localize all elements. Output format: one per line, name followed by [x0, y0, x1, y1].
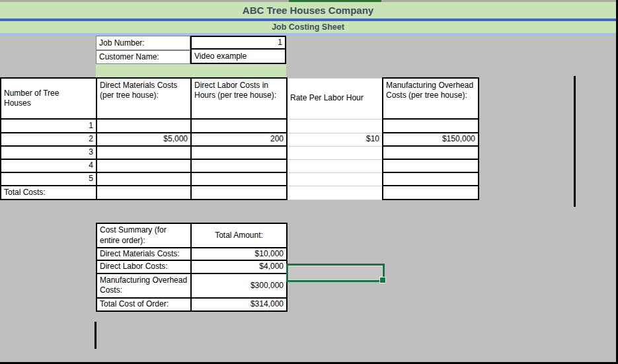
cell-r5-overhead[interactable] [383, 172, 479, 186]
cell-total-materials[interactable] [97, 186, 191, 200]
cell-total-costs-label[interactable]: Total Costs: [1, 186, 97, 200]
sheet-title-cell[interactable]: Job Costing Sheet [0, 21, 616, 34]
cost-summary-table: Cost Summary (for entire order): Total A… [96, 223, 288, 312]
cell-r2-materials[interactable]: $5,000 [97, 133, 191, 146]
cell-r5-rate[interactable] [287, 172, 383, 186]
header-direct-materials-costs[interactable]: Direct Materials Costs (per tree house): [97, 78, 191, 119]
company-title-cell[interactable]: ABC Tree Houses Company [0, 2, 616, 18]
summary-overhead-value[interactable]: $300,000 [191, 273, 287, 298]
header-manufacturing-overhead[interactable]: Manufacturing Overhead Costs (per tree h… [383, 78, 479, 119]
summary-labor-label[interactable]: Direct Labor Costs: [97, 260, 191, 273]
summary-labor-value[interactable]: $4,000 [191, 260, 287, 273]
cell-r2-overhead[interactable]: $150,000 [383, 133, 479, 146]
job-costing-table: Number of Tree Houses Direct Materials C… [0, 77, 479, 200]
header-rate-per-labor-hour[interactable]: Rate Per Labor Hour [287, 78, 383, 119]
cell-r1-overhead[interactable] [383, 119, 479, 133]
cell-r3-tree-houses[interactable]: 3 [1, 146, 97, 159]
cell-r4-overhead[interactable] [383, 159, 479, 172]
customer-name-value: Video example [194, 52, 247, 61]
summary-total-value[interactable]: $314,000 [191, 298, 287, 311]
cell-r3-rate[interactable] [287, 146, 383, 159]
cell-r4-labor-hours[interactable] [191, 159, 287, 172]
customer-name-value-cell[interactable]: Video example [192, 50, 285, 63]
cell-r4-rate[interactable] [287, 159, 383, 172]
light-blue-divider [0, 33, 616, 36]
cell-r2-labor-hours[interactable]: 200 [191, 133, 287, 146]
selected-cell[interactable] [286, 264, 385, 282]
cell-r1-labor-hours[interactable] [191, 119, 287, 133]
cell-r3-overhead[interactable] [383, 146, 479, 159]
summary-materials-label[interactable]: Direct Materials Costs: [97, 248, 191, 260]
cell-r5-labor-hours[interactable] [191, 172, 287, 186]
cell-total-labor-hours[interactable] [191, 186, 287, 200]
summary-materials-value[interactable]: $10,000 [191, 248, 287, 260]
bottom-edge-bar [0, 362, 618, 364]
summary-title-cell[interactable]: Cost Summary (for entire order): [97, 223, 191, 248]
bottom-left-rule [95, 322, 97, 349]
cell-r4-materials[interactable] [97, 159, 191, 172]
sheet-title: Job Costing Sheet [272, 22, 344, 32]
cell-r3-materials[interactable] [97, 146, 191, 159]
customer-name-label-cell[interactable]: Customer Name: [96, 50, 190, 65]
right-edge-bar [616, 0, 618, 364]
cell-r5-materials[interactable] [97, 172, 191, 186]
cell-r3-labor-hours[interactable] [191, 146, 287, 159]
job-info-value-box: 1 Video example [190, 36, 286, 65]
cell-total-overhead[interactable] [383, 186, 479, 200]
job-number-label-cell[interactable]: Job Number: [96, 36, 190, 50]
job-number-value-cell[interactable]: 1 [192, 37, 285, 50]
cell-r4-tree-houses[interactable]: 4 [1, 159, 97, 172]
summary-total-label[interactable]: Total Cost of Order: [97, 298, 191, 311]
fill-handle[interactable] [379, 277, 386, 283]
summary-overhead-label[interactable]: Manufacturing Overhead Costs: [97, 273, 191, 298]
spreadsheet-canvas: ABC Tree Houses Company Job Costing Shee… [0, 0, 618, 364]
summary-amount-header-cell[interactable]: Total Amount: [191, 223, 287, 248]
cell-r1-rate[interactable] [287, 119, 383, 133]
customer-name-label: Customer Name: [99, 52, 159, 61]
cell-r2-rate[interactable]: $10 [287, 133, 383, 146]
cell-r5-tree-houses[interactable]: 5 [1, 172, 97, 186]
job-number-label: Job Number: [99, 38, 145, 48]
green-spacer-row [96, 64, 286, 77]
cell-r1-materials[interactable] [97, 119, 191, 133]
table-right-rule [574, 76, 576, 207]
header-direct-labor-hours[interactable]: Direct Labor Costs in Hours (per tree ho… [191, 78, 287, 119]
company-title: ABC Tree Houses Company [243, 5, 373, 16]
cell-r2-tree-houses[interactable]: 2 [1, 133, 97, 146]
cell-total-rate[interactable] [287, 186, 383, 200]
job-number-value: 1 [278, 38, 282, 47]
header-number-of-tree-houses[interactable]: Number of Tree Houses [1, 78, 97, 119]
cell-r1-tree-houses[interactable]: 1 [1, 119, 97, 133]
